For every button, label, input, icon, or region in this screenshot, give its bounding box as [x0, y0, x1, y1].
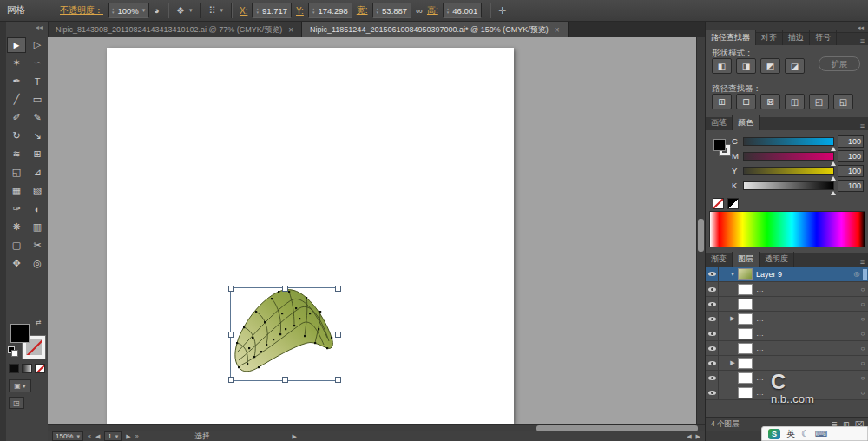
black-white-swatch[interactable] — [727, 198, 739, 209]
pathfinder-outline-button[interactable]: ◰ — [809, 94, 829, 109]
width-input[interactable]: ▴▾ 53.887 — [372, 3, 412, 18]
tool-zoom[interactable]: ◎ — [28, 256, 47, 272]
layer-row-selected[interactable]: ▼ Layer 9 ◎ — [706, 267, 868, 282]
layer-name[interactable]: … — [756, 359, 857, 367]
layer-name[interactable]: … — [756, 314, 857, 323]
align-grid-icon[interactable]: ⠿ — [208, 5, 215, 16]
chevron-down-icon[interactable]: ▾ — [189, 7, 193, 14]
screen-mode-button[interactable]: ◳ — [9, 397, 24, 409]
y-input[interactable]: ▴▾ 174.298 — [308, 3, 352, 18]
scroll-left-icon[interactable]: ◀ — [687, 433, 691, 440]
resize-handle-s[interactable] — [282, 377, 288, 383]
lock-cell[interactable] — [719, 385, 727, 399]
panel-menu-icon[interactable]: ≡ — [860, 258, 868, 267]
visibility-toggle[interactable] — [706, 326, 719, 340]
expand-triangle-icon[interactable]: ▶ — [727, 359, 738, 366]
y-stepper[interactable]: ▴▾ — [312, 7, 315, 15]
zoom-select[interactable]: 150% ▾ — [52, 431, 83, 441]
tool-eyedropper[interactable]: ✑ — [7, 201, 26, 217]
x-label[interactable]: X: — [240, 6, 247, 16]
width-label[interactable]: 宽: — [357, 4, 368, 16]
pathfinder-merge-button[interactable]: ⊠ — [760, 94, 780, 109]
default-fill-stroke-icon[interactable] — [8, 346, 17, 356]
layer-name[interactable]: … — [756, 373, 857, 382]
width-stepper[interactable]: ▴▾ — [377, 7, 379, 15]
transform-icon[interactable]: ✛ — [498, 5, 506, 16]
height-value[interactable]: 46.001 — [452, 6, 477, 16]
opacity-link[interactable]: 不透明度： — [60, 4, 103, 16]
visibility-toggle[interactable] — [706, 341, 719, 355]
tool-blend[interactable]: ◐ — [28, 201, 47, 217]
document-tab-1[interactable]: Nipic_8143908_20110824143413410102.ai @ … — [48, 22, 302, 37]
layer-thumbnail[interactable] — [738, 284, 753, 295]
tab-color[interactable]: 颜色 — [733, 115, 760, 130]
tab-stroke[interactable]: 描边 — [783, 30, 810, 45]
color-button[interactable] — [9, 364, 19, 373]
canvas[interactable] — [48, 37, 705, 424]
vertical-scrollbar-thumb[interactable] — [698, 219, 704, 252]
resize-handle-e[interactable] — [335, 332, 341, 338]
tool-lasso[interactable]: ∽ — [28, 56, 47, 71]
panel-menu-icon[interactable]: ≡ — [860, 36, 868, 45]
layer-thumbnail[interactable] — [738, 268, 753, 280]
tab-gradient[interactable]: 渐变 — [706, 252, 733, 267]
fill-swatch[interactable] — [10, 324, 30, 343]
pathfinder-crop-button[interactable]: ◫ — [785, 94, 805, 109]
ime-language-toggle[interactable]: 英 — [786, 428, 795, 440]
resize-handle-nw[interactable] — [228, 286, 234, 292]
layer-name[interactable]: Layer 9 — [756, 270, 851, 279]
sogou-icon[interactable]: S — [768, 429, 780, 439]
fill-indicator[interactable] — [713, 139, 726, 151]
next-page-icon[interactable]: ▶ — [126, 433, 130, 440]
panel-menu-icon[interactable]: ≡ — [860, 122, 868, 130]
tool-direct-selection[interactable]: ▷ — [28, 37, 47, 53]
y-value[interactable]: 174.298 — [318, 6, 347, 16]
resize-handle-w[interactable] — [228, 332, 234, 338]
gradient-button[interactable] — [22, 364, 32, 373]
moon-icon[interactable]: ☾ — [801, 429, 809, 438]
none-button[interactable] — [35, 364, 45, 373]
opacity-input[interactable]: ▴▾ 100% ▾ — [108, 3, 149, 18]
visibility-toggle[interactable] — [706, 282, 719, 296]
scroll-right-icon[interactable]: ▶ — [696, 433, 700, 440]
artboard-number-select[interactable]: 1 ▾ — [104, 431, 122, 441]
shape-mode-minus-front-button[interactable]: ◨ — [736, 58, 756, 74]
tool-scale[interactable]: ↘ — [28, 128, 47, 144]
target-circle-icon[interactable]: ○ — [857, 359, 868, 367]
collapse-arrows-icon[interactable]: ◂◂ — [6, 23, 46, 34]
close-icon[interactable]: × — [288, 25, 293, 35]
lock-cell[interactable] — [719, 371, 727, 385]
status-arrow-icon[interactable]: ▶ — [293, 433, 297, 440]
layer-thumbnail[interactable] — [738, 313, 753, 325]
tool-perspective-grid[interactable]: ⊿ — [28, 165, 47, 181]
tab-brushes[interactable]: 画笔 — [706, 115, 733, 130]
opacity-stepper[interactable]: ▴▾ — [112, 7, 115, 15]
layer-name[interactable]: … — [756, 344, 857, 352]
layer-row[interactable]: … ○ — [706, 297, 868, 312]
tool-column-graph[interactable]: ▥ — [28, 220, 47, 235]
target-circle-icon[interactable]: ○ — [857, 389, 868, 397]
target-circle-icon[interactable]: ○ — [857, 330, 868, 338]
tool-artboard[interactable]: ▢ — [7, 238, 26, 253]
yellow-value[interactable]: 100 — [838, 165, 864, 177]
tool-mesh[interactable]: ▦ — [7, 183, 26, 199]
lock-cell[interactable] — [719, 282, 727, 296]
visibility-toggle[interactable] — [706, 312, 719, 326]
cyan-slider[interactable] — [743, 137, 834, 146]
link-dimensions-icon[interactable]: ∞ — [416, 5, 423, 16]
layer-row[interactable]: ▶ … ○ — [706, 312, 868, 326]
vertical-scrollbar[interactable] — [696, 37, 705, 424]
resize-handle-ne[interactable] — [335, 286, 341, 292]
tool-rotate[interactable]: ↻ — [7, 128, 26, 144]
expand-triangle-icon[interactable]: ▼ — [727, 271, 738, 277]
last-page-icon[interactable]: » — [135, 433, 139, 439]
keyboard-icon[interactable]: ⌨ — [815, 429, 827, 438]
tool-shape-builder[interactable]: ◱ — [7, 165, 26, 181]
swap-fill-stroke-icon[interactable]: ⇄ — [36, 319, 42, 326]
tool-hand[interactable]: ✥ — [7, 256, 26, 272]
resize-handle-sw[interactable] — [228, 377, 234, 383]
pathfinder-divide-button[interactable]: ⊞ — [712, 94, 732, 109]
lock-cell[interactable] — [719, 326, 727, 340]
layer-row[interactable]: … ○ — [706, 371, 868, 385]
tab-transparency[interactable]: 透明度 — [760, 252, 794, 267]
